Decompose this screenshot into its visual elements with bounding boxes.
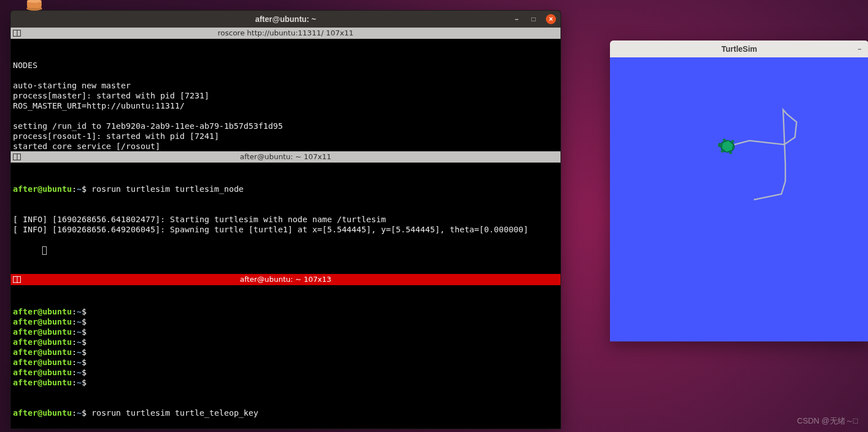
terminal-output-line: auto-starting new master xyxy=(13,80,558,91)
watermark-text: CSDN @无绪～□ xyxy=(797,416,858,426)
turtlesim-minimize-button[interactable]: – xyxy=(855,44,864,53)
prompt-line: after@ubuntu:~$ xyxy=(13,357,558,367)
cursor-pane2 xyxy=(42,246,47,255)
pane3-tab-label: after@ubuntu: ~ 107x13 xyxy=(240,274,332,285)
prompt-line: after@ubuntu:~$ rosrun turtlesim turtle_… xyxy=(13,408,558,418)
turtle-icon xyxy=(716,136,740,157)
terminal-output-line: ROS_MASTER_URI=http://ubuntu:11311/ xyxy=(13,101,558,111)
terminal-output-line xyxy=(13,70,558,80)
minimize-button[interactable]: – xyxy=(512,15,521,24)
prompt-line: after@ubuntu:~$ xyxy=(13,317,558,327)
turtlesim-title: TurtleSim xyxy=(721,44,757,53)
turtlesim-window: TurtleSim – xyxy=(610,40,868,341)
terminal-output-line: process[master]: started with pid [7231] xyxy=(13,91,558,101)
turtlesim-canvas[interactable] xyxy=(610,57,868,341)
pane3-tab-active[interactable]: after@ubuntu: ~ 107x13 xyxy=(11,274,560,285)
prompt-line: after@ubuntu:~$ xyxy=(13,377,558,388)
terminal-titlebar[interactable]: after@ubuntu: ~ – □ × xyxy=(11,11,560,28)
split-icon xyxy=(13,276,21,283)
split-icon xyxy=(13,30,21,37)
terminal-output-line: started core service [/rosout] xyxy=(13,141,558,151)
prompt-line: after@ubuntu:~$ xyxy=(13,367,558,377)
prompt-line: after@ubuntu:~$ xyxy=(13,327,558,337)
terminal-output-line: setting /run_id to 71eb920a-2ab9-11ee-ab… xyxy=(13,121,558,131)
pane2-tab-label: after@ubuntu: ~ 107x11 xyxy=(240,152,332,162)
maximize-button[interactable]: □ xyxy=(529,15,538,24)
prompt-line: after@ubuntu:~$ xyxy=(13,337,558,347)
turtlesim-titlebar[interactable]: TurtleSim – xyxy=(610,40,868,57)
terminal-body[interactable]: roscore http://ubuntu:11311/ 107x11 NODE… xyxy=(11,28,560,429)
prompt-line: after@ubuntu:~$ xyxy=(13,307,558,317)
terminal-title: after@ubuntu: ~ xyxy=(255,15,316,24)
pane2-content[interactable]: after@ubuntu:~$ rosrun turtlesim turtles… xyxy=(11,163,560,274)
terminal-output-line: [ INFO] [1690268656.641802477]: Starting… xyxy=(13,214,558,224)
turtle-trail xyxy=(728,110,797,200)
prompt-line: after@ubuntu:~$ rosrun turtlesim turtles… xyxy=(13,184,558,194)
pane1-tab-label: roscore http://ubuntu:11311/ 107x11 xyxy=(218,28,354,38)
trash-icon[interactable] xyxy=(24,0,45,11)
pane1-content[interactable]: NODES auto-starting new masterprocess[ma… xyxy=(11,39,560,151)
terminal-output-line: NODES xyxy=(13,60,558,70)
pane2-tab[interactable]: after@ubuntu: ~ 107x11 xyxy=(11,151,560,163)
pane3-content[interactable]: after@ubuntu:~$after@ubuntu:~$after@ubun… xyxy=(11,285,560,429)
close-button[interactable]: × xyxy=(546,14,556,24)
terminal-output-line xyxy=(13,111,558,121)
terminal-output-line: [ INFO] [1690268656.649206045]: Spawning… xyxy=(13,224,558,235)
terminal-output-line: process[rosout-1]: started with pid [724… xyxy=(13,131,558,141)
split-icon xyxy=(13,154,21,160)
pane1-tab[interactable]: roscore http://ubuntu:11311/ 107x11 xyxy=(11,28,560,39)
prompt-line: after@ubuntu:~$ xyxy=(13,347,558,357)
terminal-window: after@ubuntu: ~ – □ × roscore http://ubu… xyxy=(10,10,561,429)
